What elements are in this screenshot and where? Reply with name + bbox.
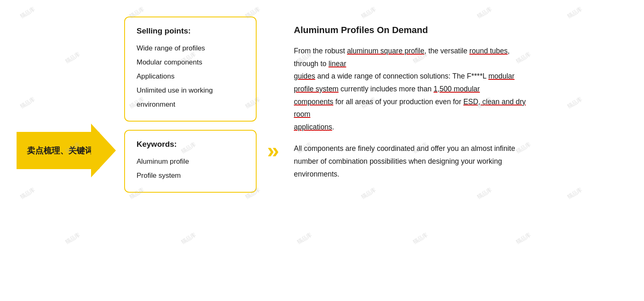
list-item: Modular components (137, 55, 244, 69)
list-item: Wide range of profiles (137, 41, 244, 55)
chevron-section: » (261, 140, 286, 161)
article-paragraph-1: From the robust aluminum square profile,… (294, 45, 530, 133)
link-modular-profile-system[interactable]: modular profile system (294, 72, 514, 93)
double-chevron-icon: » (267, 140, 279, 161)
arrow-section: 卖点梳理、关键词 (0, 17, 116, 284)
link-round-tubes[interactable]: round tubes (469, 47, 507, 55)
list-item: Unlimited use in working (137, 84, 244, 98)
keywords-title: Keywords: (137, 140, 244, 149)
arrow-label: 卖点梳理、关键词 (23, 145, 93, 156)
list-item: Aluminum profile (137, 155, 244, 169)
arrow-head (91, 124, 116, 177)
list-item: environment (137, 98, 244, 112)
selling-points-title: Selling points: (137, 26, 244, 36)
keywords-content: Aluminum profile Profile system (137, 155, 244, 183)
link-aluminum-square-profile[interactable]: aluminum square profile (347, 47, 424, 55)
keywords-box: Keywords: Aluminum profile Profile syste… (124, 130, 257, 193)
list-item: Applications (137, 69, 244, 84)
article-paragraph-2: All components are finely coordinated an… (294, 142, 530, 180)
list-item: Profile system (137, 169, 244, 183)
boxes-section: Selling points: Wide range of profiles M… (124, 17, 257, 193)
selling-points-content: Wide range of profiles Modular component… (137, 41, 244, 112)
link-linear-guides[interactable]: linearguides (294, 60, 346, 81)
main-layout: 卖点梳理、关键词 Selling points: Wide range of p… (0, 0, 644, 301)
article-title: Aluminum Profiles On Demand (294, 25, 530, 36)
selling-points-box: Selling points: Wide range of profiles M… (124, 17, 257, 122)
arrow-shape: 卖点梳理、关键词 (17, 124, 116, 177)
article-section: Aluminum Profiles On Demand From the rob… (286, 17, 550, 198)
arrow-body: 卖点梳理、关键词 (17, 132, 99, 169)
